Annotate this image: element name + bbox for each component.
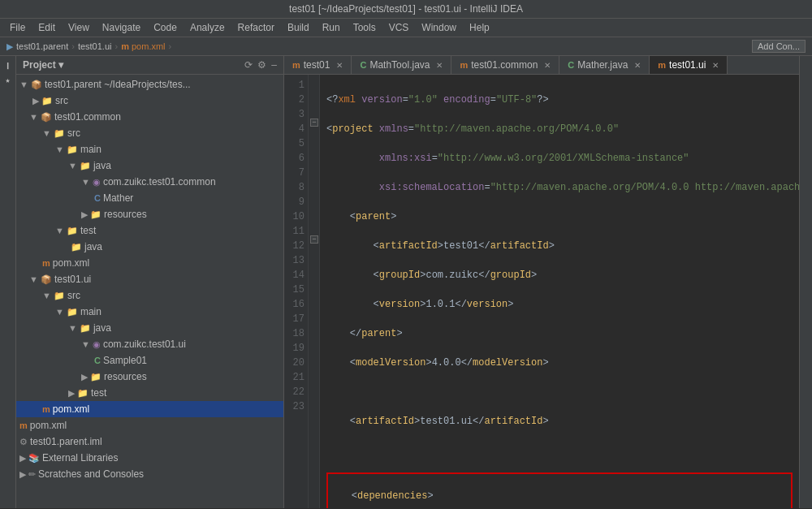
tree-label: pom.xml — [53, 257, 89, 269]
arrow-down-icon12: ▼ — [81, 339, 90, 349]
settings-icon[interactable]: ⚙ — [257, 59, 266, 71]
tab-mather[interactable]: C Mather.java ✕ — [559, 56, 650, 74]
tree-item-java1[interactable]: ▼ 📁 java — [16, 157, 283, 174]
tree-item-sample01[interactable]: C Sample01 — [16, 352, 283, 369]
tree-item-test01-parent[interactable]: ▼ 📦 test01.parent ~/IdeaProjects/tes... — [16, 76, 283, 93]
tree-item-main1[interactable]: ▼ 📁 main — [16, 141, 283, 157]
tree-item-ext-libs[interactable]: ▶ 📚 External Libraries — [16, 450, 283, 466]
tree-item-java2[interactable]: 📁 java — [16, 239, 283, 255]
menu-item-navigate[interactable]: Navigate — [96, 20, 147, 35]
folder-icon: 📁 — [41, 96, 53, 106]
code-content[interactable]: <?xml version="1.0" encoding="UTF-8"?> <… — [320, 75, 799, 508]
tab-close-test01[interactable]: ✕ — [336, 61, 343, 70]
tree-item-test1[interactable]: ▼ 📁 test — [16, 222, 283, 239]
fold-indicator-5[interactable]: − — [310, 119, 318, 127]
tree-item-package-ui[interactable]: ▼ ◉ com.zuikc.test01.ui — [16, 336, 283, 352]
tab-close-mathtool[interactable]: ✕ — [436, 61, 443, 70]
menu-item-refactor[interactable]: Refactor — [231, 20, 281, 35]
arrow-down-icon: ▼ — [19, 80, 28, 89]
tree-item-iml[interactable]: ⚙ test01.parent.iml — [16, 434, 283, 450]
folder-icon2: 📁 — [54, 128, 65, 139]
menu-item-analyze[interactable]: Analyze — [184, 20, 231, 35]
breadcrumb-item-ui[interactable]: test01.ui — [78, 41, 112, 51]
arrow-right-icon6: ▶ — [19, 453, 26, 464]
arrow-right-icon4: ▶ — [81, 372, 88, 382]
tree-item-pom3[interactable]: m pom.xml — [16, 417, 283, 434]
tree-label: pom.xml — [53, 403, 89, 415]
tree-label: resources — [104, 371, 147, 382]
tab-close-ui[interactable]: ✕ — [712, 61, 719, 70]
arrow-down-icon11: ▼ — [68, 323, 77, 333]
code-gutter: − − — [309, 75, 320, 508]
tree-label: Mather — [103, 192, 133, 204]
tab-close-mather[interactable]: ✕ — [634, 61, 641, 70]
tree-item-java3[interactable]: ▼ 📁 java — [16, 320, 283, 336]
menu-item-edit[interactable]: Edit — [32, 20, 62, 35]
tree-item-resources1[interactable]: ▶ 📁 resources — [16, 206, 283, 222]
tree-item-src3[interactable]: ▼ 📁 src — [16, 287, 283, 304]
menu-item-view[interactable]: View — [62, 20, 96, 35]
tab-test01[interactable]: m test01 ✕ — [284, 56, 352, 74]
code-line-9: </parent> — [326, 326, 793, 341]
code-editor: 1 2 3 4 5 6 7 8 9 10 11 12 13 14 15 16 1… — [284, 75, 799, 508]
class-icon-blue: C — [94, 193, 101, 203]
arrow-down-icon3: ▼ — [42, 128, 51, 138]
tree-item-scratches[interactable]: ▶ ✏ Scratches and Consoles — [16, 466, 283, 482]
arrow-down-icon8: ▼ — [29, 274, 38, 284]
breadcrumb-item-parent[interactable]: test01.parent — [16, 41, 68, 51]
tab-test01common[interactable]: m test01.common ✕ — [451, 56, 559, 74]
menu-item-vcs[interactable]: VCS — [382, 20, 416, 35]
module-icon: 📦 — [31, 80, 42, 90]
tab-icon-m2: m — [460, 60, 468, 70]
java-folder-icon2: 📁 — [71, 242, 82, 252]
project-header-icons[interactable]: ⟳ ⚙ – — [244, 59, 277, 71]
menu-item-run[interactable]: Run — [316, 20, 347, 35]
tree-item-pom2[interactable]: m pom.xml — [16, 401, 283, 417]
tree-label: main — [80, 306, 102, 317]
class-icon-green: C — [94, 356, 101, 365]
tree-label: test01.parent ~/IdeaProjects/tes... — [45, 79, 191, 90]
menu-item-help[interactable]: Help — [463, 20, 496, 35]
tab-test01ui[interactable]: m test01.ui ✕ — [650, 56, 728, 74]
menu-item-file[interactable]: File — [3, 20, 32, 35]
menu-item-code[interactable]: Code — [147, 20, 184, 35]
add-config-button[interactable]: Add Con... — [752, 40, 806, 53]
code-line-12: <artifactId>test01.ui</artifactId> — [326, 414, 793, 429]
tree-item-test01-ui[interactable]: ▼ 📦 test01.ui — [16, 271, 283, 287]
tree-item-pom1[interactable]: m pom.xml — [16, 255, 283, 271]
menu-item-tools[interactable]: Tools — [347, 20, 382, 35]
right-panel-strip — [799, 56, 812, 508]
tree-item-src2[interactable]: ▼ 📁 src — [16, 125, 283, 141]
iml-icon: ⚙ — [19, 437, 28, 447]
favorites-icon[interactable]: ★ — [2, 74, 15, 87]
arrow-right-icon7: ▶ — [19, 469, 26, 480]
menu-item-build[interactable]: Build — [281, 20, 316, 35]
minimize-icon[interactable]: – — [271, 59, 277, 71]
tree-item-mather[interactable]: C Mather — [16, 190, 283, 206]
menu-item-window[interactable]: Window — [415, 20, 463, 35]
tree-item-test2[interactable]: ▶ 📁 test — [16, 385, 283, 401]
editor-area: m test01 ✕ C MathTool.java ✕ m test01.co… — [284, 56, 799, 508]
scratches-icon: ✏ — [28, 469, 36, 480]
tree-item-main2[interactable]: ▼ 📁 main — [16, 304, 283, 320]
lib-icon: 📚 — [28, 453, 40, 464]
tree-item-package-common[interactable]: ▼ ◉ com.zuikc.test01.common — [16, 174, 283, 190]
fold-indicator-14[interactable]: − — [310, 235, 318, 244]
structure-icon[interactable]: ❙ — [2, 59, 15, 72]
tree-item-test01-common[interactable]: ▼ 📦 test01.common — [16, 109, 283, 125]
tree-label: java — [93, 160, 111, 171]
tab-close-common[interactable]: ✕ — [544, 61, 551, 70]
tree-item-resources2[interactable]: ▶ 📁 resources — [16, 369, 283, 385]
sidebar-strip: ❙ ★ — [0, 56, 16, 508]
breadcrumb-item-pom[interactable]: m pom.xml — [121, 41, 165, 51]
code-line-1: <?xml version="1.0" encoding="UTF-8"?> — [326, 93, 793, 107]
code-line-7: <groupId>com.zuikc</groupId> — [326, 268, 793, 283]
tree-item-src1[interactable]: ▶ 📁 src — [16, 93, 283, 109]
arrow-down-icon4: ▼ — [55, 145, 64, 154]
title-bar: test01 [~/IdeaProjects/test01] - test01.… — [0, 0, 812, 19]
xml-icon3: m — [19, 421, 28, 430]
arrow-right-icon5: ▶ — [68, 388, 75, 399]
tab-mathtool[interactable]: C MathTool.java ✕ — [352, 56, 451, 74]
sync-icon[interactable]: ⟳ — [244, 59, 253, 71]
tab-icon-c2: C — [568, 60, 574, 70]
